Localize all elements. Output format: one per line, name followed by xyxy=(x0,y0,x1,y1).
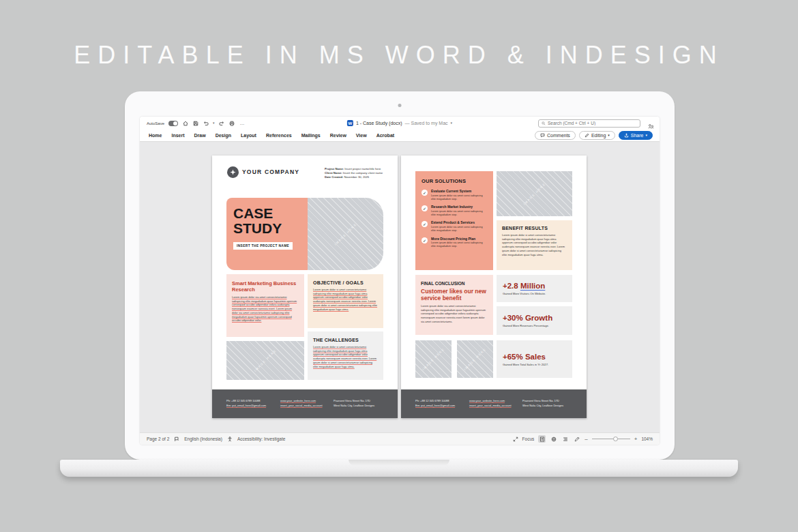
tab-layout[interactable]: Layout xyxy=(236,133,261,138)
footer-contact-column: Ph: +88 12 345 6789 10088 Em: put_email_… xyxy=(415,399,469,409)
project-name-tag: INSERT THE PROJECT NAME xyxy=(233,242,293,250)
project-info-line: Date Created: November 30, 2026 xyxy=(325,175,383,179)
stat-desc: Gained More Revenues Percentage. xyxy=(503,324,566,327)
web-layout-view-icon[interactable] xyxy=(550,435,557,443)
redo-icon[interactable] xyxy=(219,120,225,126)
hero-image-placeholder: IMAGE HERE xyxy=(308,198,383,270)
tab-mailings[interactable]: Mailings xyxy=(297,133,325,138)
tab-insert[interactable]: Insert xyxy=(166,133,189,138)
image-here-watermark: IMAGE HERE xyxy=(308,198,383,270)
zoom-slider[interactable] xyxy=(592,439,630,439)
tab-review[interactable]: Review xyxy=(325,133,351,138)
autosave-toggle[interactable] xyxy=(168,121,178,126)
camera-dot xyxy=(398,104,402,107)
undo-chevron-icon[interactable]: ▾ xyxy=(213,121,215,125)
footer-web-column: www.your_website_here.com insert_your_so… xyxy=(280,399,334,409)
page1-image-placeholder: IMAGE HERE xyxy=(226,341,304,380)
case-study-hero: CASE STUDY INSERT THE PROJECT NAME IMAGE… xyxy=(226,198,383,270)
save-icon[interactable] xyxy=(192,120,198,126)
challenges-body: Lorem ipsum dolor si amet consecteturiam… xyxy=(313,345,378,368)
comments-button[interactable]: Comments xyxy=(535,131,576,140)
zoom-out-icon[interactable]: – xyxy=(585,437,587,442)
focus-icon[interactable] xyxy=(513,437,518,442)
solutions-title: OUR SOLUTIONS xyxy=(422,178,487,184)
zoom-in-icon[interactable]: + xyxy=(634,437,638,442)
undo-icon[interactable] xyxy=(203,120,209,126)
outline-view-icon[interactable] xyxy=(561,435,569,443)
draft-view-icon[interactable] xyxy=(573,435,580,443)
marketing-body: Lorem ipsum dolor sia amet consecteturia… xyxy=(232,295,299,323)
search-box[interactable] xyxy=(538,119,640,128)
zoom-slider-knob[interactable] xyxy=(613,437,618,441)
accessibility-icon[interactable] xyxy=(227,437,233,442)
stat-card-visitors: +2.8 Million Gained More Visitors On Web… xyxy=(497,275,572,302)
objective-section: OBJECTIVE / GOALS Lorem ipsum dolor si a… xyxy=(308,274,383,328)
checkmark-icon: ✓ xyxy=(422,237,428,243)
search-icon xyxy=(542,121,546,125)
project-info: Project Name: Insert project name/title … xyxy=(325,164,383,179)
zoom-level[interactable]: 104% xyxy=(641,437,653,441)
proofing-icon[interactable] xyxy=(174,437,179,442)
share-button[interactable]: Share ▾ xyxy=(619,131,653,140)
language-status[interactable]: English (Indonesia) xyxy=(184,437,222,441)
checkmark-icon: ✓ xyxy=(422,205,428,211)
footer-address-column: Praesent Viera Street No. 17D West Nulia… xyxy=(522,399,563,409)
company-logo-icon xyxy=(227,166,239,178)
benefit-body: Lorem ipsum dolor si amet consecteturiam… xyxy=(502,233,567,256)
solutions-section: OUR SOLUTIONS ✓ Evaluate Current System … xyxy=(415,171,493,270)
page1-footer: Ph: +88 12 345 6789 10088 Em: put_email_… xyxy=(212,389,398,418)
status-bar: Page 2 of 2 English (Indonesia) Accessib… xyxy=(140,432,660,445)
print-layout-view-icon[interactable] xyxy=(538,435,546,443)
tab-references[interactable]: References xyxy=(261,133,297,138)
stat-value: +2.8 Million xyxy=(503,282,566,290)
challenges-section: THE CHALLENGES Lorem ipsum dolor si amet… xyxy=(308,331,383,380)
tab-view[interactable]: View xyxy=(351,133,372,138)
home-icon[interactable] xyxy=(182,120,188,126)
footer-web-column: www.your_website_here.com insert_your_so… xyxy=(469,399,522,409)
marketing-title: Smart Marketing Business Research xyxy=(232,280,299,293)
stat-card-sales: +65% Sales Gained More Total Sales in Yr… xyxy=(497,340,572,378)
tab-draw[interactable]: Draw xyxy=(190,133,211,138)
laptop-screen: AutoSave ▾ … W 1 - Case Study (docx) xyxy=(125,91,675,460)
document-page-1[interactable]: YOUR COMPANY Project Name: Insert projec… xyxy=(212,156,398,418)
objective-body: Lorem ipsum dolor si amet consecteturiam… xyxy=(313,288,378,311)
title-chevron-icon[interactable]: ▾ xyxy=(451,121,453,125)
solution-item: ✓ Evaluate Current System Lorem ipsum do… xyxy=(422,189,487,201)
tab-design[interactable]: Design xyxy=(211,133,236,138)
print-icon[interactable] xyxy=(229,120,235,126)
stat-card-growth: +30% Growth Gained More Revenues Percent… xyxy=(497,306,572,335)
challenges-title: THE CHALLENGES xyxy=(313,338,378,342)
checkmark-icon: ✓ xyxy=(422,221,428,227)
laptop-base xyxy=(60,460,738,477)
editing-button[interactable]: Editing ▾ xyxy=(579,131,615,140)
image-here-watermark: IMAGE HERE xyxy=(226,341,304,380)
document-page-2[interactable]: OUR SOLUTIONS ✓ Evaluate Current System … xyxy=(401,156,587,418)
share-chevron-icon: ▾ xyxy=(645,134,647,137)
focus-label[interactable]: Focus xyxy=(522,437,535,441)
mockup-stage: EDITABLE IN MS WORD & INDESIGN AutoSave … xyxy=(0,0,798,532)
company-brand: YOUR COMPANY xyxy=(227,164,299,179)
marketing-section: Smart Marketing Business Research Lorem … xyxy=(226,274,304,337)
page2-image-placeholder: IMAGE HERE xyxy=(415,340,452,378)
case-study-title-block: CASE STUDY INSERT THE PROJECT NAME xyxy=(226,198,308,270)
page2-image-placeholder: IMAGE HERE xyxy=(497,171,572,216)
tab-acrobat[interactable]: Acrobat xyxy=(372,133,399,138)
headline: EDITABLE IN MS WORD & INDESIGN xyxy=(0,41,798,70)
conclusion-section: FINAL CONCLUSION Customer likes our new … xyxy=(415,275,493,335)
footer-contact-column: Ph: +88 12 345 6789 10088 Em: put_email_… xyxy=(226,399,280,409)
editing-chevron-icon: ▾ xyxy=(608,134,610,137)
image-here-watermark: IMAGE HERE xyxy=(497,171,572,216)
tab-home[interactable]: Home xyxy=(144,133,166,138)
title-bar: W 1 - Case Study (docx) — Saved to my Ma… xyxy=(347,117,452,130)
conclusion-body: Lorem ipsum dolor sia amet consecteturia… xyxy=(421,304,488,324)
more-commands-icon[interactable]: … xyxy=(239,120,246,126)
objective-title: OBJECTIVE / GOALS xyxy=(313,280,378,285)
status-bar-right: Focus – + 104% xyxy=(513,435,653,443)
search-input[interactable] xyxy=(548,121,637,125)
checkmark-icon: ✓ xyxy=(422,190,428,196)
accessibility-status[interactable]: Accessibility: Investigate xyxy=(237,437,285,441)
page-count[interactable]: Page 2 of 2 xyxy=(147,437,169,441)
benefit-title: BENEFIT RESULTS xyxy=(502,226,567,231)
share-icon xyxy=(624,133,629,138)
page2-image-placeholder: IMAGE HERE xyxy=(457,340,493,378)
